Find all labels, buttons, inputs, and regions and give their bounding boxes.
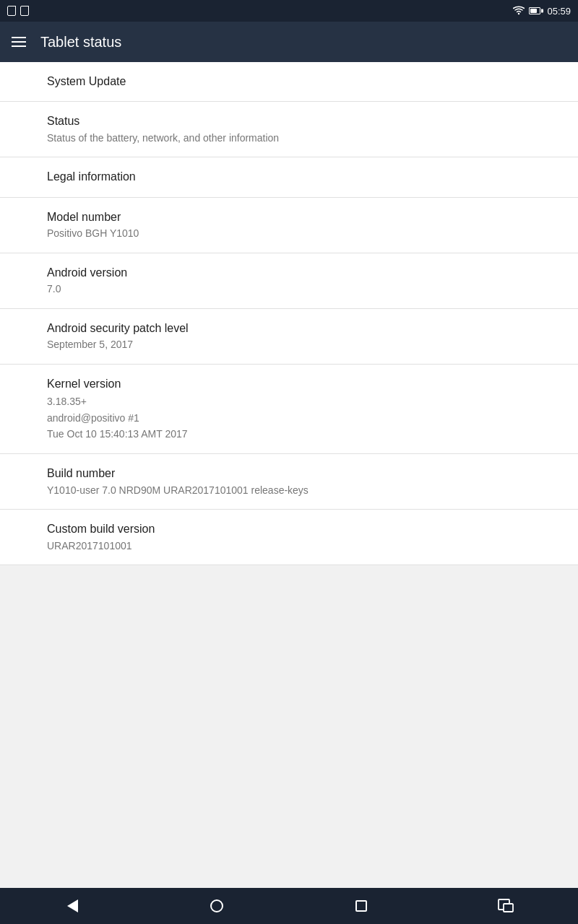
android-security-patch-level-subtitle: September 5, 2017	[47, 338, 531, 352]
sim-icon-2	[20, 6, 29, 16]
status-time: 05:59	[547, 6, 571, 17]
wifi-icon	[513, 6, 525, 16]
kernel-version-title: Kernel version	[47, 376, 531, 392]
list-item-legal-information[interactable]: Legal information	[0, 157, 578, 197]
legal-information-title: Legal information	[47, 169, 531, 185]
list-item-status[interactable]: StatusStatus of the battery, network, an…	[0, 102, 578, 157]
status-title: Status	[47, 113, 531, 129]
list-item-kernel-version[interactable]: Kernel version3.18.35+android@positivo #…	[0, 365, 578, 455]
bottom-navigation	[0, 888, 578, 924]
sim-icon	[7, 6, 16, 16]
list-item-system-update[interactable]: System Update	[0, 62, 578, 102]
list-item-model-number[interactable]: Model numberPositivo BGH Y1010	[0, 198, 578, 253]
model-number-subtitle: Positivo BGH Y1010	[47, 227, 531, 241]
svg-rect-1	[504, 904, 513, 912]
system-update-title: System Update	[47, 74, 531, 90]
status-subtitle: Status of the battery, network, and othe…	[47, 131, 531, 146]
list-item-custom-build-version[interactable]: Custom build versionURAR2017101001	[0, 510, 578, 565]
build-number-title: Build number	[47, 466, 531, 481]
list-item-android-security-patch-level[interactable]: Android security patch levelSeptember 5,…	[0, 309, 578, 365]
recents-button[interactable]	[343, 888, 379, 924]
status-bar-right-icons: 05:59	[513, 6, 571, 17]
build-number-subtitle: Y1010-user 7.0 NRD90M URAR2017101001 rel…	[47, 484, 531, 498]
home-button[interactable]	[199, 888, 235, 924]
screenshot-button[interactable]	[488, 888, 524, 924]
kernel-version-subtitle: 3.18.35+android@positivo #1Tue Oct 10 15…	[47, 393, 531, 442]
app-bar-title: Tablet status	[40, 34, 121, 51]
android-version-subtitle: 7.0	[47, 282, 531, 297]
list-item-build-number[interactable]: Build numberY1010-user 7.0 NRD90M URAR20…	[0, 454, 578, 510]
status-bar: 05:59	[0, 0, 578, 22]
screenshot-icon	[498, 899, 514, 913]
list-item-android-version[interactable]: Android version7.0	[0, 253, 578, 309]
back-icon	[67, 899, 78, 912]
custom-build-version-title: Custom build version	[47, 521, 531, 537]
recents-icon	[355, 900, 367, 912]
status-bar-left-icons	[7, 6, 29, 16]
menu-button[interactable]	[12, 37, 26, 47]
custom-build-version-subtitle: URAR2017101001	[47, 539, 531, 554]
android-version-title: Android version	[47, 265, 531, 281]
battery-icon	[529, 7, 540, 14]
settings-list: System UpdateStatusStatus of the battery…	[0, 62, 578, 565]
home-icon	[210, 899, 223, 912]
model-number-title: Model number	[47, 209, 531, 225]
android-security-patch-level-title: Android security patch level	[47, 321, 531, 336]
app-bar: Tablet status	[0, 22, 578, 62]
back-button[interactable]	[54, 888, 90, 924]
